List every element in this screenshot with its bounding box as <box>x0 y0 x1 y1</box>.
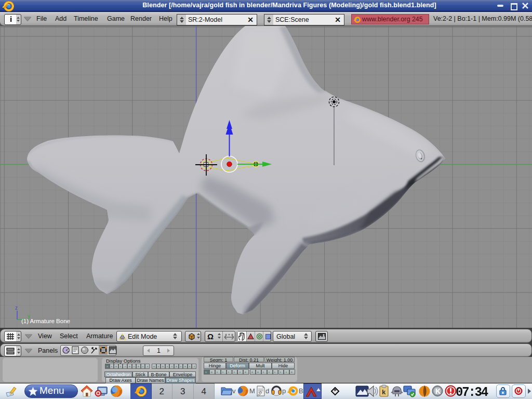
svg-text:K: K <box>435 387 441 395</box>
svg-text:k: k <box>382 388 386 396</box>
svg-text:(1) Armature Bone: (1) Armature Bone <box>21 318 70 324</box>
svg-text:z: z <box>15 305 18 311</box>
